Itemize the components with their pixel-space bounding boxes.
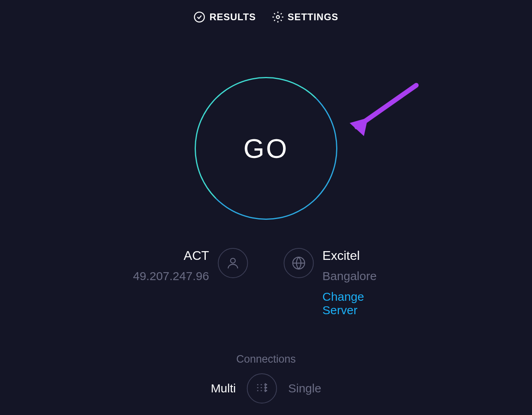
server-name: Excitel: [322, 248, 399, 263]
user-icon: [218, 248, 248, 278]
globe-icon: [283, 248, 314, 278]
isp-ip: 49.207.247.96: [133, 269, 209, 283]
svg-point-5: [230, 258, 235, 263]
isp-info: ACT 49.207.247.96: [133, 248, 248, 283]
top-nav: RESULTS SETTINGS: [0, 0, 532, 23]
single-option[interactable]: Single: [288, 382, 321, 395]
gear-icon: [272, 11, 284, 23]
connections-toggle-button[interactable]: [247, 373, 277, 403]
server-info: Excitel Bangalore Change Server: [283, 248, 399, 317]
go-button-label: GO: [243, 133, 289, 164]
svg-line-3: [357, 85, 416, 127]
arrow-annotation-icon: [345, 81, 420, 142]
check-circle-icon: [193, 11, 205, 23]
change-server-link[interactable]: Change Server: [322, 290, 399, 317]
results-nav-item[interactable]: RESULTS: [193, 11, 256, 23]
svg-point-1: [276, 15, 279, 19]
settings-label: SETTINGS: [288, 12, 339, 23]
go-button[interactable]: GO: [195, 77, 337, 220]
svg-point-0: [195, 12, 205, 22]
info-section: ACT 49.207.247.96 Excitel Bangalore Chan…: [133, 248, 399, 317]
connections-toggle: Multi Single: [211, 373, 321, 403]
connections-label: Connections: [211, 353, 321, 365]
multi-option[interactable]: Multi: [211, 382, 236, 395]
settings-nav-item[interactable]: SETTINGS: [272, 11, 339, 23]
svg-marker-4: [350, 118, 368, 136]
isp-name: ACT: [133, 248, 209, 263]
server-location: Bangalore: [322, 269, 399, 283]
results-label: RESULTS: [209, 12, 256, 23]
connections-section: Connections Multi Single: [211, 353, 321, 403]
multi-arrows-icon: [255, 380, 269, 396]
